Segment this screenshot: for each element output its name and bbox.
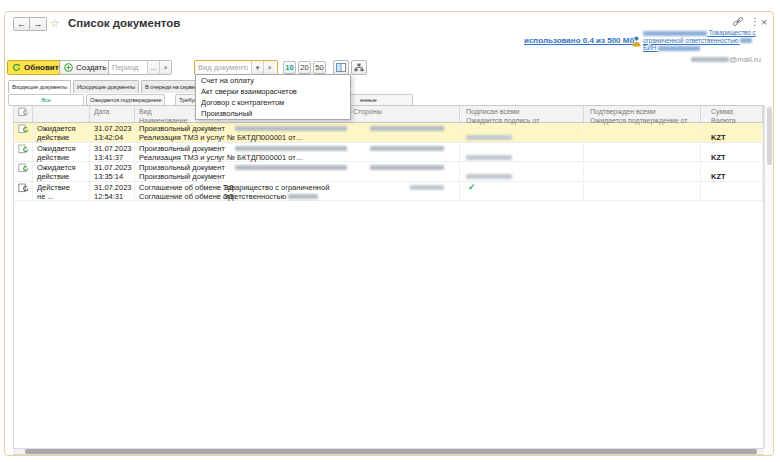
row-kind-name: Произвольный документ Произвольный докум… bbox=[135, 162, 219, 181]
row-kind-name: Произвольный документ Реализация ТМЗ и у… bbox=[135, 123, 219, 142]
table-row[interactable]: Действие не ... 31.07.2023 12:54:31 Согл… bbox=[14, 182, 763, 202]
nav-buttons: ← → bbox=[13, 17, 47, 31]
row-confirmed bbox=[584, 162, 701, 181]
page-size-50-button[interactable]: 50 bbox=[313, 61, 326, 74]
org-line-1: Товарищество с bbox=[643, 29, 765, 37]
dropdown-item-contract[interactable]: Договор с контрагентом bbox=[196, 97, 350, 108]
chevron-down-icon: ▾ bbox=[256, 64, 260, 72]
settings-structure-button[interactable] bbox=[351, 60, 367, 75]
period-clear-button[interactable]: × bbox=[159, 61, 171, 74]
row-signed bbox=[460, 143, 584, 162]
plus-icon bbox=[64, 63, 73, 72]
app-window: ← → ☆ Список документов ⋮ × использовано… bbox=[4, 11, 774, 456]
tab-outgoing-documents[interactable]: Исходящие документы bbox=[73, 80, 139, 93]
dropdown-item-reconciliation[interactable]: Акт сверки взаиморасчетов bbox=[196, 86, 350, 97]
organization-link[interactable]: Товарищество с ограниченной ответственно… bbox=[643, 29, 765, 52]
favorite-star-icon[interactable]: ☆ bbox=[50, 17, 60, 30]
row-status: Ожидается действие bbox=[33, 123, 90, 142]
document-state-icon bbox=[18, 144, 29, 154]
redacted-text bbox=[288, 194, 318, 199]
table-row[interactable]: Ожидается действие 31.07.2023 13:41:37 П… bbox=[14, 143, 763, 163]
table-header: Дата Вид Наименование Стороны Подписан в… bbox=[14, 105, 763, 123]
back-icon: ← bbox=[17, 19, 26, 29]
tab-incoming-documents[interactable]: Входящие документы bbox=[8, 80, 71, 93]
panels-icon bbox=[336, 63, 346, 72]
toolbar: Обновить Создать ... × ▾ × 10 20 50 bbox=[5, 60, 773, 76]
row-status: Действие не ... bbox=[33, 182, 90, 201]
get-link-button[interactable] bbox=[732, 16, 744, 29]
dropdown-item-arbitrary[interactable]: Произвольный bbox=[196, 108, 350, 119]
row-signed: ✓ bbox=[460, 182, 584, 201]
row-date: 31.07.2023 13:41:37 bbox=[90, 143, 135, 162]
redacted-text bbox=[235, 165, 347, 170]
kebab-icon: ⋮ bbox=[750, 16, 760, 27]
redacted-text bbox=[658, 46, 700, 51]
row-signed bbox=[460, 123, 584, 142]
row-date: 31.07.2023 13:35:14 bbox=[90, 162, 135, 181]
row-sum: KZT bbox=[701, 162, 763, 181]
back-button[interactable]: ← bbox=[13, 17, 30, 31]
row-confirmed bbox=[584, 123, 701, 142]
row-parties bbox=[219, 162, 460, 181]
row-sum bbox=[701, 182, 763, 201]
clear-icon: × bbox=[163, 64, 167, 71]
redacted-text bbox=[235, 146, 347, 151]
refresh-label: Обновить bbox=[24, 63, 64, 72]
storage-quota-link[interactable]: использовано 0.4 из 500 Мб bbox=[524, 36, 634, 45]
doctype-input[interactable] bbox=[195, 61, 251, 74]
documents-table: Дата Вид Наименование Стороны Подписан в… bbox=[13, 105, 764, 448]
horizontal-scrollbar bbox=[13, 448, 764, 455]
row-state-icon-cell bbox=[14, 182, 33, 201]
vertical-scrollbar bbox=[764, 105, 773, 448]
row-kind-name: Соглашение об обмене ЭД Соглашение об об… bbox=[135, 182, 219, 201]
menu-kebab-button[interactable]: ⋮ bbox=[750, 16, 760, 27]
redacted-text bbox=[466, 174, 512, 179]
header-status[interactable] bbox=[33, 106, 90, 122]
period-field-group: ... × bbox=[108, 60, 172, 75]
ellipsis-icon: ... bbox=[151, 64, 157, 71]
doctype-clear-button[interactable]: × bbox=[263, 61, 275, 74]
close-button[interactable]: × bbox=[761, 16, 767, 28]
horizontal-scroll-thumb[interactable] bbox=[25, 449, 757, 454]
create-button[interactable]: Создать bbox=[59, 60, 111, 75]
vertical-scroll-thumb[interactable] bbox=[767, 107, 772, 165]
doctype-dropdown-button[interactable]: ▾ bbox=[251, 61, 263, 74]
row-status: Ожидается действие bbox=[33, 143, 90, 162]
document-tabs: Входящие документы Исходящие документы В… bbox=[8, 80, 207, 93]
header-state-icon-col[interactable] bbox=[14, 106, 33, 122]
redacted-text bbox=[370, 165, 444, 170]
row-status: Ожидается действие bbox=[33, 162, 90, 181]
row-state-icon-cell bbox=[14, 162, 33, 181]
row-confirmed bbox=[584, 143, 701, 162]
header-signed[interactable]: Подписан всеми Ожидается подпись от bbox=[460, 106, 584, 122]
link-icon bbox=[732, 16, 744, 27]
header-sum[interactable]: Сумма Валюта bbox=[701, 106, 763, 122]
forward-button[interactable]: → bbox=[30, 17, 47, 31]
user-icon bbox=[632, 33, 641, 51]
document-state-icon bbox=[18, 183, 29, 193]
table-row[interactable]: Ожидается действие 31.07.2023 13:35:14 П… bbox=[14, 162, 763, 182]
redacted-text bbox=[235, 126, 347, 131]
row-signed bbox=[460, 162, 584, 181]
refresh-icon bbox=[12, 63, 21, 72]
table-row[interactable]: Ожидается действие 31.07.2023 13:42:04 П… bbox=[14, 123, 763, 143]
doctype-dropdown-list: Счет на оплату Акт сверки взаиморасчетов… bbox=[195, 74, 351, 120]
dropdown-item-invoice[interactable]: Счет на оплату bbox=[196, 75, 350, 86]
redacted-text bbox=[370, 126, 444, 131]
period-more-button[interactable]: ... bbox=[147, 61, 159, 74]
forward-icon: → bbox=[34, 19, 43, 29]
row-state-icon-cell bbox=[14, 143, 33, 162]
redacted-text bbox=[466, 155, 512, 160]
header-confirmed[interactable]: Подтвержден всеми Ожидается подтверждени… bbox=[584, 106, 701, 122]
header-date[interactable]: Дата bbox=[90, 106, 135, 122]
org-line-3: БИН bbox=[643, 44, 765, 52]
page-title: Список документов bbox=[68, 17, 180, 29]
row-state-icon-cell bbox=[14, 123, 33, 142]
document-state-icon bbox=[18, 163, 29, 173]
page-size-20-button[interactable]: 20 bbox=[298, 61, 311, 74]
reading-view-button[interactable] bbox=[333, 60, 349, 75]
page-size-10-button[interactable]: 10 bbox=[283, 61, 296, 74]
period-input[interactable] bbox=[109, 61, 147, 74]
row-kind-name: Произвольный документ Реализация ТМЗ и у… bbox=[135, 143, 219, 162]
hierarchy-icon bbox=[354, 63, 364, 72]
